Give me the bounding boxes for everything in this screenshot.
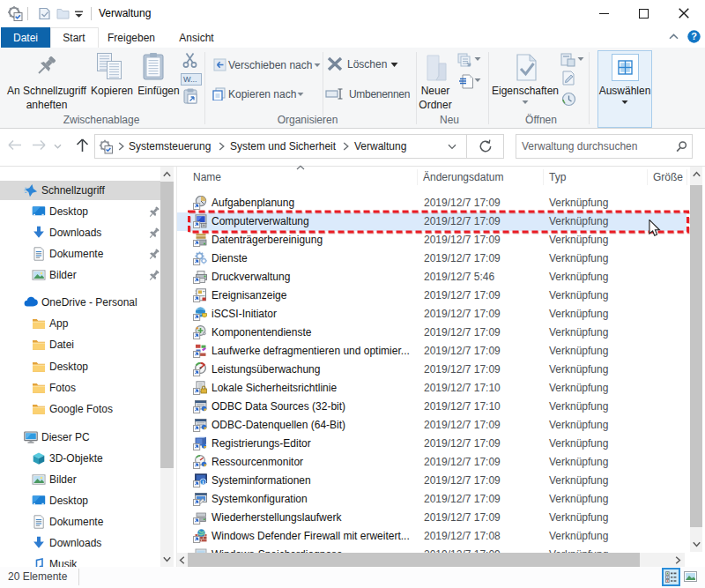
svg-text:?: ? (691, 31, 697, 41)
svg-text:W...: W... (183, 75, 197, 84)
svg-text:i: i (203, 479, 204, 485)
